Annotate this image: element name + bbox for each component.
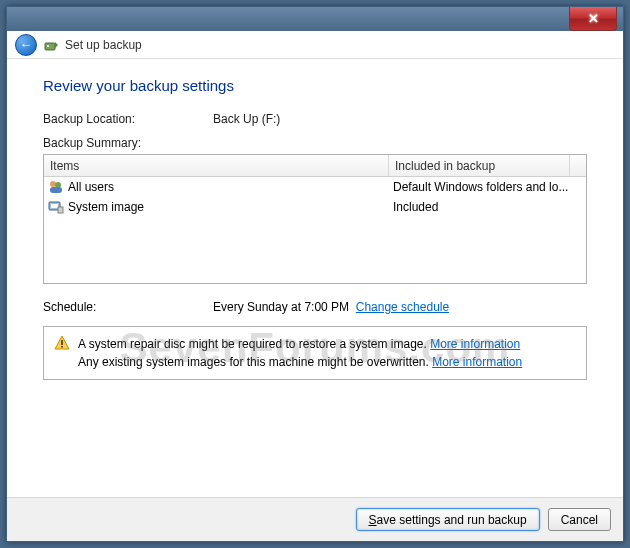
header-title: Set up backup: [65, 38, 142, 52]
row-item: System image: [68, 200, 144, 214]
schedule-row: Schedule: Every Sunday at 7:00 PM Change…: [43, 300, 587, 314]
svg-rect-7: [58, 207, 63, 213]
content-area: Review your backup settings Backup Locat…: [7, 59, 623, 497]
svg-rect-8: [61, 340, 63, 345]
system-image-icon: [48, 199, 64, 215]
close-icon: ✕: [588, 11, 599, 26]
svg-rect-0: [45, 43, 55, 50]
table-header: Items Included in backup: [44, 155, 586, 177]
schedule-value: Every Sunday at 7:00 PM: [213, 300, 349, 314]
svg-point-1: [47, 45, 49, 47]
backup-summary-label: Backup Summary:: [43, 136, 587, 150]
more-info-link-1[interactable]: More information: [430, 337, 520, 351]
more-info-link-2[interactable]: More information: [432, 355, 522, 369]
warning-icon: [54, 335, 70, 371]
svg-rect-9: [61, 346, 63, 348]
titlebar: ✕: [7, 7, 623, 31]
row-item: All users: [68, 180, 114, 194]
row-included: Included: [393, 200, 582, 214]
arrow-left-icon: ←: [20, 37, 33, 52]
change-schedule-link[interactable]: Change schedule: [356, 300, 449, 314]
table-row[interactable]: System image Included: [44, 197, 586, 217]
cancel-button[interactable]: Cancel: [548, 508, 611, 531]
back-button[interactable]: ←: [15, 34, 37, 56]
page-title: Review your backup settings: [43, 77, 587, 94]
summary-table: Items Included in backup All u: [43, 154, 587, 284]
wizard-window: ✕ ← Set up backup Review your backup set…: [6, 6, 624, 542]
close-button[interactable]: ✕: [569, 7, 617, 31]
save-and-run-button[interactable]: Save settings and run backup: [356, 508, 540, 531]
schedule-label: Schedule:: [43, 300, 213, 314]
notice-text: A system repair disc might be required t…: [78, 335, 522, 371]
notice-line2: Any existing system images for this mach…: [78, 355, 429, 369]
svg-rect-6: [51, 204, 58, 208]
backup-icon: [43, 37, 59, 53]
backup-location-row: Backup Location: Back Up (F:): [43, 112, 587, 126]
table-body: All users Default Windows folders and lo…: [44, 177, 586, 217]
table-row[interactable]: All users Default Windows folders and lo…: [44, 177, 586, 197]
backup-location-value: Back Up (F:): [213, 112, 280, 126]
column-items[interactable]: Items: [44, 155, 389, 176]
users-icon: [48, 179, 64, 195]
notice-box: A system repair disc might be required t…: [43, 326, 587, 380]
header-bar: ← Set up backup: [7, 31, 623, 59]
svg-point-2: [50, 181, 56, 187]
column-included[interactable]: Included in backup: [389, 155, 570, 176]
footer-bar: Save settings and run backup Cancel: [7, 497, 623, 541]
svg-rect-4: [50, 187, 62, 193]
backup-location-label: Backup Location:: [43, 112, 213, 126]
notice-line1: A system repair disc might be required t…: [78, 337, 427, 351]
column-spacer: [570, 155, 586, 176]
row-included: Default Windows folders and lo...: [393, 180, 582, 194]
